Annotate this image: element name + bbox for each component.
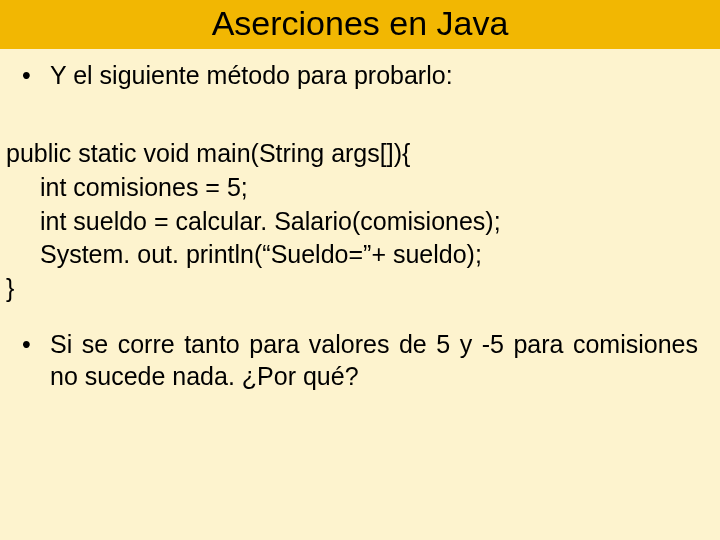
bullet-text-1: Y el siguiente método para probarlo: [50,59,698,91]
code-line: } [6,272,698,306]
slide-title: Aserciones en Java [0,4,720,43]
bullet-text-2: Si se corre tanto para valores de 5 y -5… [50,328,698,392]
bullet-dot-icon: • [22,328,50,392]
bullet-item-2: • Si se corre tanto para valores de 5 y … [22,328,698,392]
spacer [22,306,698,328]
code-line: public static void main(String args[]){ [6,137,698,171]
code-block: public static void main(String args[]){ … [6,137,698,306]
code-line: int comisiones = 5; [6,171,698,205]
bullet-item-1: • Y el siguiente método para probarlo: [22,59,698,91]
code-line: int sueldo = calcular. Salario(comisione… [6,205,698,239]
code-line: System. out. println(“Sueldo=”+ sueldo); [6,238,698,272]
bullet-dot-icon: • [22,59,50,91]
slide-content: • Y el siguiente método para probarlo: p… [0,49,720,392]
title-bar: Aserciones en Java [0,0,720,49]
spacer [22,115,698,137]
